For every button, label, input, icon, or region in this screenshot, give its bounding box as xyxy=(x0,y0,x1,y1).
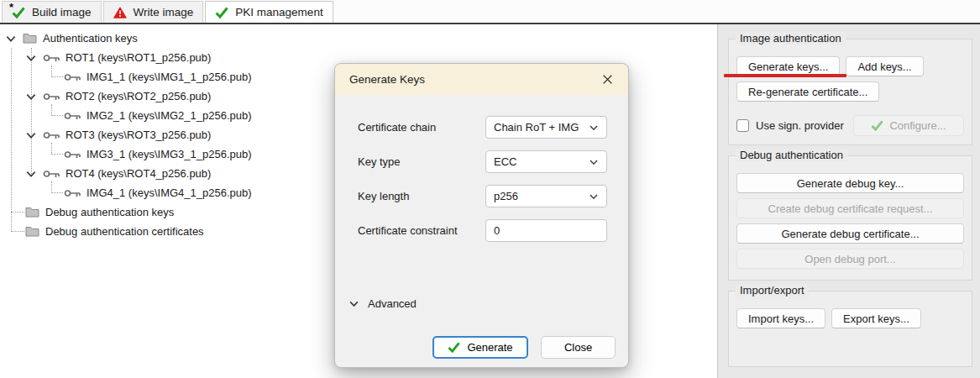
tree-item-label: ROT1 (keys\ROT1_p256.pub) xyxy=(66,51,211,64)
open-debug-port-button[interactable]: Open debug port... xyxy=(736,249,964,269)
configure-button[interactable]: Configure... xyxy=(853,115,964,136)
tree-item-label: ROT2 (keys\ROT2_p256.pub) xyxy=(66,90,211,102)
group-debug-authentication: Debug authentication Generate debug key.… xyxy=(728,155,972,281)
group-title: Import/export xyxy=(736,284,809,297)
export-keys-button[interactable]: Export keys... xyxy=(831,308,921,328)
key-icon xyxy=(64,150,81,160)
key-icon xyxy=(64,72,81,82)
add-keys-button[interactable]: Add keys... xyxy=(846,56,923,76)
close-button[interactable]: Close xyxy=(541,336,616,359)
key-length-label: Key length xyxy=(358,185,409,207)
tab-build-image[interactable]: * Build image xyxy=(2,1,102,23)
create-debug-certificate-request-button[interactable]: Create debug certificate request... xyxy=(736,198,964,218)
check-icon xyxy=(448,342,460,353)
tree-item-label: IMG2_1 (keys\IMG2_1_p256.pub) xyxy=(86,109,252,122)
chevron-down-icon xyxy=(589,123,599,133)
tab-write-image[interactable]: Write image xyxy=(103,1,204,23)
key-icon xyxy=(64,188,81,198)
chevron-down-icon xyxy=(589,157,599,167)
warning-icon xyxy=(113,7,127,18)
tab-label: Build image xyxy=(32,6,92,18)
chevron-down-icon xyxy=(349,298,359,309)
application-window: * Build image Write image PKI management xyxy=(0,0,980,378)
check-icon xyxy=(871,120,883,131)
key-icon xyxy=(64,111,81,121)
chevron-down-icon xyxy=(589,192,599,202)
tree-item-label: Debug authentication certificates xyxy=(45,225,204,238)
key-icon xyxy=(43,169,60,179)
tree-item-label: Authentication keys xyxy=(43,32,138,45)
folder-icon xyxy=(25,207,39,218)
key-icon xyxy=(43,130,60,140)
key-icon xyxy=(43,53,60,63)
chevron-down-icon[interactable] xyxy=(5,33,17,45)
tree-item-label: IMG3_1 (keys\IMG3_1_p256.pub) xyxy=(86,148,252,160)
tree-item-label: Debug authentication keys xyxy=(45,206,174,218)
check-icon xyxy=(215,7,228,18)
generate-debug-key-button[interactable]: Generate debug key... xyxy=(736,173,964,193)
generate-keys-dialog: Generate Keys Certificate chain Chain Ro… xyxy=(334,63,629,368)
certificate-chain-select[interactable]: Chain RoT + IMG xyxy=(485,116,607,139)
actions-panel: Image authentication Generate keys... Ad… xyxy=(718,24,980,378)
key-length-select[interactable]: p256 xyxy=(485,185,607,207)
tab-label: Write image xyxy=(134,6,194,18)
chevron-down-icon[interactable] xyxy=(25,129,37,141)
advanced-label: Advanced xyxy=(368,297,417,310)
certificate-chain-label: Certificate chain xyxy=(358,116,436,139)
chevron-down-icon[interactable] xyxy=(25,91,37,102)
tree-item-label: IMG4_1 (keys\IMG4_1_p256.pub) xyxy=(86,186,252,199)
tree-item-label: ROT3 (keys\ROT3_p256.pub) xyxy=(66,129,211,141)
dialog-title: Generate Keys xyxy=(349,73,425,86)
tree-item-label: IMG1_1 (keys\IMG1_1_p256.pub) xyxy=(86,71,252,83)
generate-button[interactable]: Generate xyxy=(432,336,528,359)
key-type-label: Key type xyxy=(358,150,401,173)
tab-bar: * Build image Write image PKI management xyxy=(0,0,980,24)
group-import-export: Import/export Import keys... Export keys… xyxy=(728,291,972,367)
chevron-down-icon[interactable] xyxy=(25,52,37,64)
folder-icon xyxy=(25,226,39,237)
use-sign-provider-label: Use sign. provider xyxy=(756,119,853,132)
key-type-select[interactable]: ECC xyxy=(485,150,607,173)
advanced-expander[interactable]: Advanced xyxy=(349,297,417,310)
import-keys-button[interactable]: Import keys... xyxy=(736,308,825,328)
annotation-red-underline xyxy=(724,74,846,77)
modified-asterisk: * xyxy=(9,1,13,13)
chevron-down-icon[interactable] xyxy=(25,168,37,180)
certificate-constraint-input[interactable] xyxy=(485,219,607,242)
check-modified-icon: * xyxy=(12,7,25,18)
tab-pki-management[interactable]: PKI management xyxy=(205,1,333,23)
dialog-titlebar: Generate Keys xyxy=(335,64,628,95)
tab-label: PKI management xyxy=(235,6,322,18)
generate-debug-certificate-button[interactable]: Generate debug certificate... xyxy=(736,223,964,244)
tree-item-authentication-keys[interactable]: Authentication keys xyxy=(0,29,717,48)
group-title: Image authentication xyxy=(736,32,846,45)
use-sign-provider-checkbox[interactable] xyxy=(736,119,749,132)
tree-item-label: ROT4 (keys\ROT4_p256.pub) xyxy=(66,167,211,180)
folder-icon xyxy=(23,33,37,44)
group-title: Debug authentication xyxy=(736,149,847,161)
key-icon xyxy=(43,92,60,102)
certificate-constraint-label: Certificate constraint xyxy=(358,219,458,242)
group-image-authentication: Image authentication Generate keys... Ad… xyxy=(728,39,972,145)
regenerate-certificate-button[interactable]: Re-generate certificate... xyxy=(736,81,879,102)
close-icon[interactable] xyxy=(599,71,616,88)
